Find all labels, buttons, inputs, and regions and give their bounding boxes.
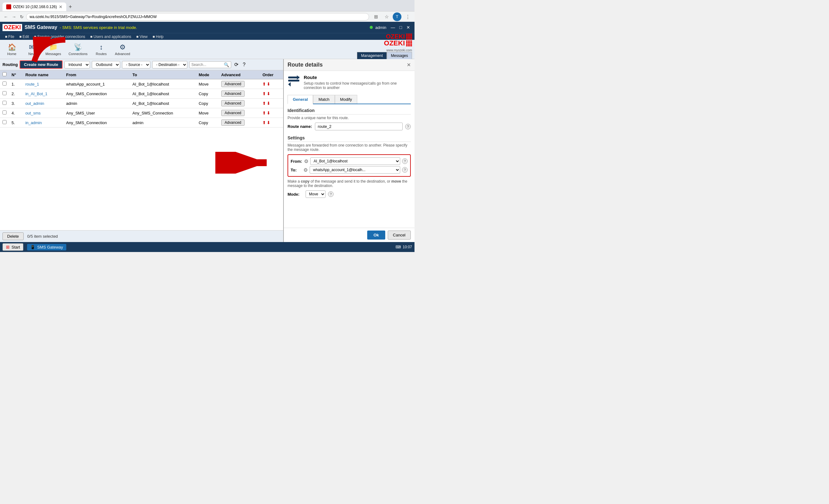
row-from: admin <box>64 99 130 108</box>
help-button[interactable]: ? <box>242 61 247 68</box>
from-help-icon[interactable]: ? <box>402 158 408 164</box>
route-name-link[interactable]: route_1 <box>25 82 39 86</box>
mode-select[interactable]: Move Copy <box>305 190 325 198</box>
routing-bar: Routing Create new Route Inbound Outboun… <box>0 59 283 70</box>
route-icon <box>288 75 300 87</box>
back-button[interactable]: ← <box>2 13 9 21</box>
refresh-button[interactable]: ↻ <box>19 13 25 21</box>
toolbar-home-button[interactable]: 🏠 Home <box>2 42 21 57</box>
panel-actions: Ok Cancel <box>284 228 414 242</box>
order-up-button[interactable]: ⬆ <box>262 101 266 106</box>
outbound-filter[interactable]: Outbound <box>92 61 120 68</box>
panel-body: Route Setup routes to control how messag… <box>284 71 414 228</box>
order-down-button[interactable]: ⬇ <box>267 91 271 96</box>
toolbar-messages-label: Messages <box>45 52 61 56</box>
tab-modify[interactable]: Modify <box>335 95 357 104</box>
source-filter[interactable]: - Source - <box>122 61 150 68</box>
new-tab-button[interactable]: + <box>68 2 73 11</box>
bookmark-icon[interactable]: ☆ <box>382 12 391 21</box>
toolbar-advanced-button[interactable]: ⚙ Advanced <box>112 42 133 57</box>
select-all-checkbox[interactable] <box>2 72 6 76</box>
tab-bar: OZEKI 10 (192.168.0.126) ✕ + <box>0 0 414 11</box>
route-name-link[interactable]: out_admin <box>25 101 44 106</box>
row-checkbox[interactable] <box>2 110 6 114</box>
advanced-button[interactable]: Advanced <box>221 110 245 116</box>
translate-icon[interactable]: ⊞ <box>371 12 380 21</box>
order-down-button[interactable]: ⬇ <box>267 81 271 86</box>
tab-messages[interactable]: Messages <box>387 52 412 60</box>
advanced-button[interactable]: Advanced <box>221 100 245 106</box>
advanced-button[interactable]: Advanced <box>221 91 245 97</box>
forward-button[interactable]: → <box>10 13 17 21</box>
route-name-link[interactable]: out_sms <box>25 111 40 115</box>
menu-edit[interactable]: ■ Edit <box>17 34 31 39</box>
order-up-button[interactable]: ⬆ <box>262 91 266 96</box>
ok-button[interactable]: Ok <box>367 230 385 240</box>
toolbar-routes-button[interactable]: ↕ Routes <box>92 42 110 57</box>
search-input[interactable] <box>191 63 222 67</box>
order-up-button[interactable]: ⬆ <box>262 110 266 115</box>
mode-help-icon[interactable]: ? <box>328 191 334 197</box>
bottom-bar: Delete 0/5 item selected <box>0 230 283 242</box>
row-checkbox[interactable] <box>2 91 6 95</box>
row-checkbox[interactable] <box>2 120 6 124</box>
tab-match[interactable]: Match <box>313 95 334 104</box>
maximize-button[interactable]: □ <box>398 24 404 31</box>
order-up-button[interactable]: ⬆ <box>262 120 266 125</box>
destination-filter[interactable]: - Destination - <box>152 61 187 68</box>
menu-service[interactable]: ■ Service provider connections <box>31 34 88 39</box>
advanced-icon: ⚙ <box>119 43 126 51</box>
order-down-button[interactable]: ⬇ <box>267 101 271 106</box>
route-name-input[interactable] <box>315 122 403 130</box>
to-help-icon[interactable]: ? <box>402 167 408 173</box>
delete-button[interactable]: Delete <box>2 232 24 240</box>
cancel-button[interactable]: Cancel <box>388 230 411 240</box>
route-name-help-icon[interactable]: ? <box>405 124 411 130</box>
start-button[interactable]: ⊞ Start <box>2 243 23 251</box>
tab-title: OZEKI 10 (192.168.0.126) <box>13 5 57 9</box>
menu-icon[interactable]: ⋮ <box>403 12 412 21</box>
row-to: Any_SMS_Connection <box>130 108 196 118</box>
menu-users[interactable]: ■ Users and applications <box>88 34 134 39</box>
table-row: 4. out_sms Any_SMS_User Any_SMS_Connecti… <box>0 108 283 118</box>
header-actions: — □ ✕ <box>389 24 412 31</box>
table-row: 2. in_AI_Bot_1 Any_SMS_Connection AI_Bot… <box>0 89 283 99</box>
row-checkbox[interactable] <box>2 101 6 105</box>
start-label: Start <box>11 245 20 250</box>
toolbar-connections-button[interactable]: 📡 Connections <box>65 42 91 57</box>
menu-file[interactable]: ■ File <box>2 34 17 39</box>
close-tab-button[interactable]: ✕ <box>59 4 63 9</box>
route-name-link[interactable]: in_AI_Bot_1 <box>25 92 47 96</box>
create-route-button[interactable]: Create new Route <box>20 60 63 69</box>
menu-help[interactable]: ■ Help <box>150 34 166 39</box>
order-up-button[interactable]: ⬆ <box>262 81 266 86</box>
refresh-button[interactable]: ⟳ <box>233 61 240 68</box>
toolbar-messages-button[interactable]: 📁 Messages <box>42 42 64 57</box>
panel-close-button[interactable]: ✕ <box>407 62 411 68</box>
order-down-button[interactable]: ⬇ <box>267 120 271 125</box>
close-button[interactable]: ✕ <box>404 24 412 31</box>
browser-tab[interactable]: OZEKI 10 (192.168.0.126) ✕ <box>2 2 66 11</box>
row-to: AI_Bot_1@localhost <box>130 89 196 99</box>
advanced-button[interactable]: Advanced <box>221 119 245 126</box>
from-select[interactable]: AI_Bot_1@localhost <box>310 157 400 165</box>
inbound-filter[interactable]: Inbound <box>64 61 90 68</box>
tab-general[interactable]: General <box>288 95 313 104</box>
order-down-button[interactable]: ⬇ <box>267 110 271 115</box>
route-name-link[interactable]: in_admin <box>25 120 42 125</box>
order-arrows: ⬆ ⬇ <box>262 81 281 86</box>
search-button[interactable]: 🔍 <box>224 62 229 67</box>
to-select[interactable]: whatsApp_account_1@localh... <box>310 166 400 174</box>
profile-icon[interactable]: T <box>393 12 401 21</box>
gateway-button[interactable]: 📱 SMS Gateway <box>27 244 66 250</box>
time-text: 10:07 <box>403 245 412 249</box>
start-icon: ⊞ <box>6 245 10 250</box>
menu-view[interactable]: ■ View <box>134 34 150 39</box>
tab-management[interactable]: Management <box>357 52 387 60</box>
row-checkbox[interactable] <box>2 81 6 85</box>
new-icon: ✉ <box>29 43 35 51</box>
address-bar[interactable] <box>26 13 369 21</box>
advanced-button[interactable]: Advanced <box>221 81 245 87</box>
toolbar-new-button[interactable]: ✉ New <box>23 42 41 57</box>
minimize-button[interactable]: — <box>389 24 397 31</box>
